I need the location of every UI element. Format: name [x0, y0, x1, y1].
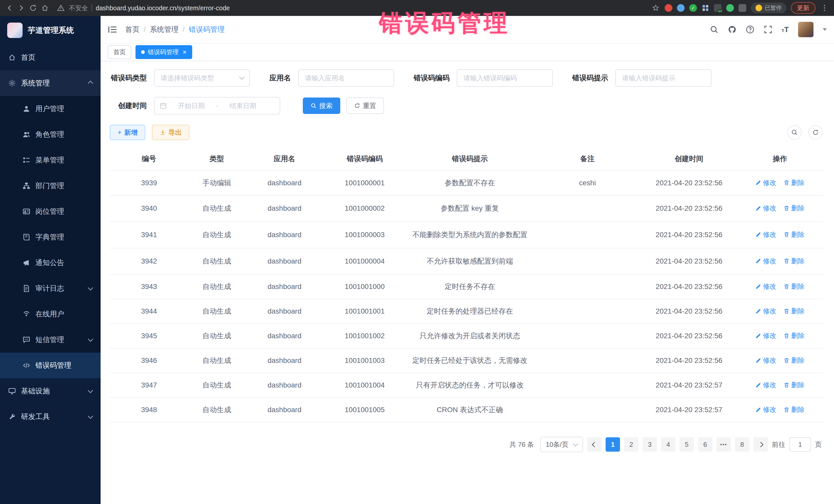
edit-link[interactable]: 修改 — [755, 380, 776, 390]
delete-link[interactable]: 删除 — [784, 331, 805, 340]
download-icon — [160, 129, 166, 135]
search-button[interactable]: 搜索 — [303, 97, 340, 114]
page-button-6[interactable]: 6 — [698, 437, 712, 452]
tab-error-code[interactable]: 错误码管理× — [135, 45, 192, 59]
app-name-input[interactable] — [298, 69, 394, 87]
font-size-icon[interactable]: тT — [782, 25, 789, 34]
page-button-2[interactable]: 2 — [624, 437, 638, 452]
edit-link[interactable]: 修改 — [755, 282, 776, 291]
create-time-range-picker[interactable]: - — [154, 97, 280, 114]
edit-link[interactable]: 修改 — [755, 204, 776, 213]
extension-icon[interactable] — [665, 4, 672, 12]
prev-page-button[interactable] — [587, 437, 601, 452]
home-icon[interactable] — [41, 4, 49, 12]
delete-link[interactable]: 删除 — [784, 230, 805, 239]
app-logo[interactable]: 芋道管理系统 — [0, 16, 101, 45]
extensions-puzzle-icon[interactable] — [739, 4, 746, 12]
sidebar-item-post[interactable]: 岗位管理 — [0, 199, 101, 224]
bookmark-star-icon[interactable] — [651, 4, 660, 12]
update-button[interactable]: 更新 — [791, 2, 815, 14]
sidebar-item-dev-tools[interactable]: 研发工具 — [0, 404, 101, 430]
menu-kebab-icon[interactable] — [820, 4, 829, 12]
chevron-down-icon[interactable] — [823, 28, 827, 31]
page-button-8[interactable]: 8 — [735, 437, 749, 452]
error-type-select-input[interactable] — [154, 69, 250, 87]
extension-icon[interactable]: ✓ — [689, 4, 697, 12]
add-button[interactable]: + 新增 — [110, 125, 145, 140]
extension-icon[interactable] — [677, 4, 685, 12]
delete-link[interactable]: 删除 — [784, 356, 805, 365]
extension-icon[interactable] — [726, 4, 734, 12]
page-size-select[interactable]: 10条/页 — [540, 437, 583, 452]
pagination-ellipsis[interactable]: ••• — [717, 437, 731, 452]
sidebar-item-dept[interactable]: 部门管理 — [0, 173, 101, 199]
page-button-4[interactable]: 4 — [661, 437, 675, 452]
edit-link[interactable]: 修改 — [755, 356, 776, 365]
cell-id: 3940 — [110, 195, 188, 222]
url-text[interactable]: dashboard.yudao.iocoder.cn/system/error-… — [96, 4, 230, 12]
refresh-table-button[interactable] — [808, 125, 823, 139]
sidebar-item-user[interactable]: 用户管理 — [0, 96, 101, 122]
error-msg-input[interactable] — [615, 69, 711, 87]
delete-link[interactable]: 删除 — [784, 257, 805, 266]
table-row: 3945自动生成dashboard1001001002只允许修改为开启或者关闭状… — [110, 324, 823, 348]
fullscreen-icon[interactable] — [764, 25, 772, 34]
error-type-select[interactable] — [154, 69, 250, 87]
paused-badge[interactable]: 已暂停 — [751, 3, 786, 13]
delete-link[interactable]: 删除 — [784, 380, 805, 390]
breadcrumb-item[interactable]: 系统管理 — [150, 25, 179, 35]
reset-button[interactable]: 重置 — [347, 97, 384, 114]
search-icon[interactable] — [710, 25, 719, 34]
user-avatar[interactable] — [798, 22, 813, 37]
sidebar-item-online-user[interactable]: 在线用户 — [0, 301, 101, 327]
sidebar-item-dict[interactable]: 字典管理 — [0, 224, 101, 250]
sidebar-item-system[interactable]: 系统管理 — [0, 70, 101, 96]
delete-link[interactable]: 删除 — [784, 178, 805, 187]
extension-grid-icon[interactable] — [702, 4, 709, 12]
page-button-5[interactable]: 5 — [680, 437, 694, 452]
cell-time: 2021-04-20 23:52:56 — [641, 299, 737, 324]
close-icon[interactable]: × — [183, 49, 186, 56]
delete-link[interactable]: 删除 — [784, 282, 805, 291]
reload-icon[interactable] — [29, 4, 38, 12]
sidebar-item-menu[interactable]: 菜单管理 — [0, 147, 101, 173]
start-date-input[interactable] — [171, 101, 212, 110]
cell-type: 自动生成 — [188, 397, 245, 422]
edit-link[interactable]: 修改 — [755, 331, 776, 340]
help-icon[interactable] — [746, 25, 754, 34]
goto-page-input[interactable] — [789, 437, 811, 452]
forward-icon[interactable] — [17, 4, 26, 12]
toggle-search-button[interactable] — [787, 125, 802, 139]
collapse-sidebar-icon[interactable] — [108, 25, 118, 34]
sidebar-item-notice[interactable]: 通知公告 — [0, 250, 101, 276]
github-icon[interactable] — [728, 25, 737, 34]
sidebar-item-sms[interactable]: 短信管理 — [0, 327, 101, 353]
breadcrumb-item[interactable]: 首页 — [125, 25, 139, 35]
cell-id: 3948 — [110, 397, 188, 422]
delete-link[interactable]: 删除 — [784, 307, 805, 316]
tab-home[interactable]: 首页 — [108, 45, 131, 59]
delete-link[interactable]: 删除 — [784, 204, 805, 213]
edit-link[interactable]: 修改 — [755, 257, 776, 266]
sidebar-item-error-code[interactable]: 错误码管理 — [0, 353, 101, 378]
next-page-button[interactable] — [753, 437, 768, 452]
cell-msg: 只允许修改为开启或者关闭状态 — [406, 324, 534, 348]
sidebar-item-audit-log[interactable]: 审计日志 — [0, 276, 101, 301]
page-button-3[interactable]: 3 — [642, 437, 657, 452]
edit-link[interactable]: 修改 — [755, 230, 776, 239]
end-date-input[interactable] — [222, 101, 264, 110]
back-icon[interactable] — [5, 4, 14, 12]
sidebar-item-role[interactable]: 角色管理 — [0, 122, 101, 147]
page-button-1[interactable]: 1 — [606, 437, 620, 452]
extension-icon[interactable]: on — [714, 4, 722, 12]
sidebar-item-infra[interactable]: 基础设施 — [0, 378, 101, 404]
edit-link[interactable]: 修改 — [755, 307, 776, 316]
sidebar-item-home[interactable]: 首页 — [0, 45, 101, 70]
edit-link[interactable]: 修改 — [755, 178, 776, 187]
edit-link[interactable]: 修改 — [755, 405, 776, 414]
address-bar[interactable]: 不安全 dashboard.yudao.iocoder.cn/system/er… — [57, 4, 648, 12]
delete-link[interactable]: 删除 — [784, 405, 805, 414]
cell-actions: 修改删除 — [737, 171, 823, 195]
export-button[interactable]: 导出 — [152, 125, 190, 140]
error-code-input[interactable] — [457, 69, 553, 87]
